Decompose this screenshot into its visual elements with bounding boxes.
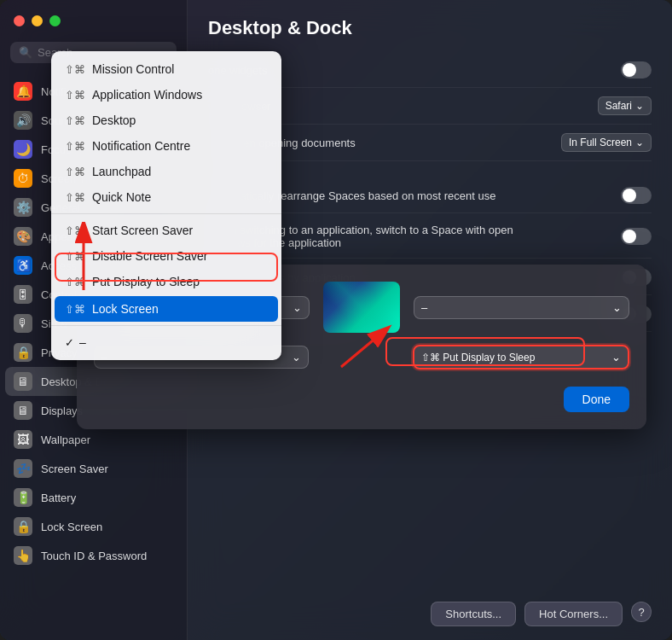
page-title: Desktop & Dock xyxy=(188,0,672,53)
siri-icon: 🎙 xyxy=(14,314,32,333)
corner-select-br-chevron: ⌄ xyxy=(611,351,621,364)
general-icon: ⚙️ xyxy=(14,198,32,217)
arrow-2 xyxy=(324,316,409,384)
screen-saver-icon: 💤 xyxy=(14,459,32,478)
desktop-label: Desktop xyxy=(92,113,136,127)
dropdown-dash[interactable]: ✓ – xyxy=(51,329,281,355)
dropdown-desktop[interactable]: ⇧⌘ Desktop xyxy=(51,108,281,133)
notification-label: Notification Centre xyxy=(92,139,190,153)
dropdown-menu: ⇧⌘ Mission Control ⇧⌘ Application Window… xyxy=(51,51,281,360)
fullscreen-select[interactable]: In Full Screen ⌄ xyxy=(561,133,652,152)
browser-value: Safari xyxy=(605,100,632,112)
sidebar-item-label: Touch ID & Password xyxy=(41,550,147,562)
corner-select-bl-chevron: ⌄ xyxy=(292,351,301,364)
sidebar-item-battery[interactable]: 🔋 Battery xyxy=(5,483,182,512)
auto-rearrange-toggle[interactable] xyxy=(621,187,652,204)
dropdown-divider-1 xyxy=(51,213,281,214)
dash-label: – xyxy=(79,335,86,349)
sidebar-item-label: Screen Saver xyxy=(41,463,108,475)
fullscreen-value: In Full Screen xyxy=(569,137,632,148)
desktop-shortcut: ⇧⌘ xyxy=(65,114,85,127)
sidebar-item-touch-id[interactable]: 👆 Touch ID & Password xyxy=(5,541,182,570)
sidebar-item-wallpaper[interactable]: 🖼 Wallpaper xyxy=(5,425,182,454)
switch-space-toggle[interactable] xyxy=(621,228,652,245)
quick-note-label: Quick Note xyxy=(92,190,151,204)
widgets-toggle[interactable] xyxy=(621,61,652,79)
sidebar-item-screen-saver[interactable]: 💤 Screen Saver xyxy=(5,454,182,483)
corner-select-bottom-right[interactable]: ⇧⌘ Put Display to Sleep ⌄ xyxy=(413,345,629,369)
help-button[interactable]: ? xyxy=(631,602,652,622)
desktop-dock-icon: 🖥 xyxy=(14,372,32,391)
focus-icon: 🌙 xyxy=(14,140,32,159)
app-windows-shortcut: ⇧⌘ xyxy=(65,89,85,102)
corner-select-right-chevron: ⌄ xyxy=(612,301,622,314)
traffic-light-green[interactable] xyxy=(49,15,61,26)
wallpaper-icon: 🖼 xyxy=(14,430,32,449)
corner-select-br-value: ⇧⌘ Put Display to Sleep xyxy=(421,352,535,364)
appearance-icon: 🎨 xyxy=(14,227,32,246)
arrow-1 xyxy=(58,222,126,307)
corner-select-right-top[interactable]: – ⌄ xyxy=(414,296,629,319)
traffic-light-yellow[interactable] xyxy=(32,15,43,26)
sidebar-item-label: Lock Screen xyxy=(41,521,102,533)
browser-chevron-icon: ⌄ xyxy=(635,100,644,112)
done-button[interactable]: Done xyxy=(564,387,629,412)
corner-select-left-chevron: ⌄ xyxy=(293,301,302,314)
sidebar-item-label: Battery xyxy=(41,492,76,504)
fullscreen-chevron-icon: ⌄ xyxy=(635,137,644,148)
bottom-bar: Shortcuts... Hot Corners... ? xyxy=(431,602,652,626)
svg-line-3 xyxy=(341,333,382,367)
sound-icon: 🔊 xyxy=(14,111,32,130)
mission-control-shortcut: ⇧⌘ xyxy=(65,63,85,76)
displays-icon: 🖥 xyxy=(14,401,32,420)
checkmark-icon: ✓ xyxy=(65,336,74,349)
privacy-icon: 🔒 xyxy=(14,343,32,362)
shortcuts-button[interactable]: Shortcuts... xyxy=(431,602,516,626)
launchpad-label: Launchpad xyxy=(92,165,151,178)
dropdown-quick-note[interactable]: ⇧⌘ Quick Note xyxy=(51,184,281,210)
dropdown-application-windows[interactable]: ⇧⌘ Application Windows xyxy=(51,82,281,108)
browser-select[interactable]: Safari ⌄ xyxy=(598,96,652,115)
lock-screen-sidebar-icon: 🔒 xyxy=(14,517,32,536)
sidebar-item-lock-screen[interactable]: 🔒 Lock Screen xyxy=(5,512,182,541)
accessibility-icon: ♿ xyxy=(14,256,32,275)
corner-select-right-value: – xyxy=(421,301,427,314)
hot-corners-button[interactable]: Hot Corners... xyxy=(524,602,623,626)
dropdown-launchpad[interactable]: ⇧⌘ Launchpad xyxy=(51,159,281,184)
notification-shortcut: ⇧⌘ xyxy=(65,140,85,153)
screen-time-icon: ⏱ xyxy=(14,169,32,188)
search-icon: 🔍 xyxy=(19,46,32,59)
dropdown-divider-2 xyxy=(51,325,281,326)
control-centre-icon: 🎛 xyxy=(14,285,32,304)
dropdown-mission-control[interactable]: ⇧⌘ Mission Control xyxy=(51,56,281,82)
touch-id-icon: 👆 xyxy=(14,546,32,565)
main-window: 🔍 Search 🔔 Notifications 🔊 Sound 🌙 Focus… xyxy=(0,0,672,640)
quick-note-shortcut: ⇧⌘ xyxy=(65,191,85,204)
corners-done-row: Done xyxy=(94,387,629,412)
traffic-lights xyxy=(0,0,187,37)
battery-icon: 🔋 xyxy=(14,488,32,507)
traffic-light-red[interactable] xyxy=(14,15,25,26)
mission-control-label: Mission Control xyxy=(92,62,174,76)
app-windows-label: Application Windows xyxy=(92,88,202,102)
dropdown-notification-centre[interactable]: ⇧⌘ Notification Centre xyxy=(51,133,281,159)
notifications-icon: 🔔 xyxy=(14,82,32,101)
sidebar-item-label: Wallpaper xyxy=(41,433,90,446)
launchpad-shortcut: ⇧⌘ xyxy=(65,166,85,178)
